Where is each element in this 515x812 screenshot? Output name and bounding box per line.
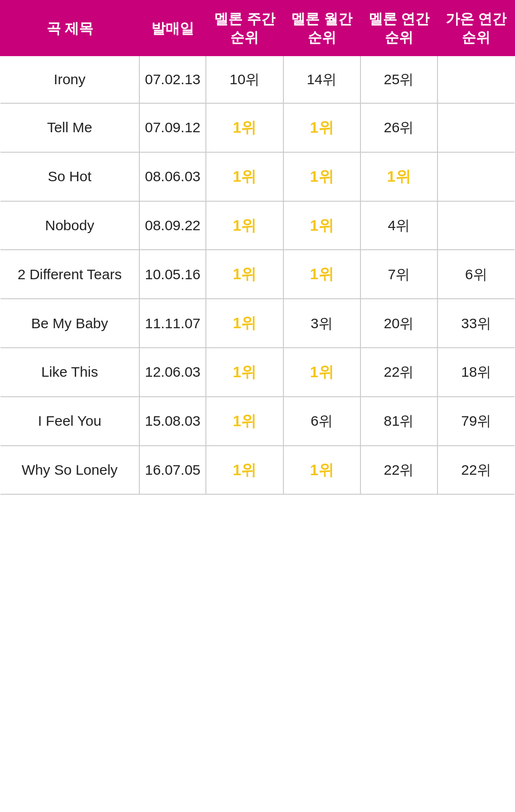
table-row: I Feel You15.08.031위6위81위79위 <box>0 397 515 446</box>
cell-melon-monthly: 1위 <box>283 250 360 299</box>
cell-date: 08.09.22 <box>139 201 206 250</box>
table-row: Tell Me07.09.121위1위26위 <box>0 103 515 152</box>
header-melon-yearly: 멜론 연간 순위 <box>360 0 437 56</box>
cell-gaon-yearly: 18위 <box>437 348 515 397</box>
cell-date: 16.07.05 <box>139 446 206 495</box>
cell-melon-weekly: 10위 <box>206 56 283 103</box>
cell-gaon-yearly: 6위 <box>437 250 515 299</box>
cell-melon-weekly: 1위 <box>206 201 283 250</box>
cell-melon-weekly: 1위 <box>206 103 283 152</box>
cell-melon-monthly: 1위 <box>283 446 360 495</box>
table-row: Why So Lonely16.07.051위1위22위22위 <box>0 446 515 495</box>
cell-title: Be My Baby <box>0 299 139 348</box>
cell-title: Why So Lonely <box>0 446 139 495</box>
cell-title: So Hot <box>0 152 139 201</box>
chart-table: 곡 제목 발매일 멜론 주간 순위 멜론 월간 순위 멜론 연간 순위 가온 연… <box>0 0 515 495</box>
cell-melon-weekly: 1위 <box>206 152 283 201</box>
cell-date: 07.09.12 <box>139 103 206 152</box>
cell-date: 11.11.07 <box>139 299 206 348</box>
cell-melon-monthly: 3위 <box>283 299 360 348</box>
table-row: Irony07.02.1310위14위25위 <box>0 56 515 103</box>
cell-gaon-yearly <box>437 56 515 103</box>
cell-melon-monthly: 1위 <box>283 348 360 397</box>
cell-melon-weekly: 1위 <box>206 397 283 446</box>
cell-title: Irony <box>0 56 139 103</box>
cell-melon-weekly: 1위 <box>206 446 283 495</box>
cell-title: 2 Different Tears <box>0 250 139 299</box>
cell-melon-monthly: 1위 <box>283 103 360 152</box>
cell-title: Like This <box>0 348 139 397</box>
cell-melon-yearly: 25위 <box>360 56 437 103</box>
cell-melon-yearly: 20위 <box>360 299 437 348</box>
header-gaon-yearly: 가온 연간 순위 <box>437 0 515 56</box>
cell-melon-yearly: 22위 <box>360 446 437 495</box>
table-row: 2 Different Tears10.05.161위1위7위6위 <box>0 250 515 299</box>
table-row: So Hot08.06.031위1위1위 <box>0 152 515 201</box>
cell-gaon-yearly <box>437 103 515 152</box>
cell-melon-yearly: 4위 <box>360 201 437 250</box>
cell-gaon-yearly <box>437 152 515 201</box>
cell-melon-weekly: 1위 <box>206 299 283 348</box>
cell-melon-yearly: 81위 <box>360 397 437 446</box>
cell-melon-yearly: 1위 <box>360 152 437 201</box>
cell-gaon-yearly: 33위 <box>437 299 515 348</box>
cell-melon-yearly: 22위 <box>360 348 437 397</box>
header-title: 곡 제목 <box>0 0 139 56</box>
table-row: Nobody08.09.221위1위4위 <box>0 201 515 250</box>
cell-melon-yearly: 26위 <box>360 103 437 152</box>
cell-melon-monthly: 14위 <box>283 56 360 103</box>
table-row: Like This12.06.031위1위22위18위 <box>0 348 515 397</box>
cell-title: Nobody <box>0 201 139 250</box>
cell-melon-yearly: 7위 <box>360 250 437 299</box>
cell-date: 08.06.03 <box>139 152 206 201</box>
cell-gaon-yearly: 79위 <box>437 397 515 446</box>
table-row: Be My Baby11.11.071위3위20위33위 <box>0 299 515 348</box>
chart-table-container: 곡 제목 발매일 멜론 주간 순위 멜론 월간 순위 멜론 연간 순위 가온 연… <box>0 0 515 812</box>
cell-melon-monthly: 1위 <box>283 201 360 250</box>
cell-date: 12.06.03 <box>139 348 206 397</box>
cell-title: I Feel You <box>0 397 139 446</box>
cell-title: Tell Me <box>0 103 139 152</box>
cell-date: 07.02.13 <box>139 56 206 103</box>
cell-melon-monthly: 6위 <box>283 397 360 446</box>
cell-melon-weekly: 1위 <box>206 348 283 397</box>
header-melon-monthly: 멜론 월간 순위 <box>283 0 360 56</box>
cell-date: 15.08.03 <box>139 397 206 446</box>
cell-melon-monthly: 1위 <box>283 152 360 201</box>
cell-date: 10.05.16 <box>139 250 206 299</box>
header-date: 발매일 <box>139 0 206 56</box>
header-melon-weekly: 멜론 주간 순위 <box>206 0 283 56</box>
cell-gaon-yearly <box>437 201 515 250</box>
table-header-row: 곡 제목 발매일 멜론 주간 순위 멜론 월간 순위 멜론 연간 순위 가온 연… <box>0 0 515 56</box>
cell-gaon-yearly: 22위 <box>437 446 515 495</box>
cell-melon-weekly: 1위 <box>206 250 283 299</box>
